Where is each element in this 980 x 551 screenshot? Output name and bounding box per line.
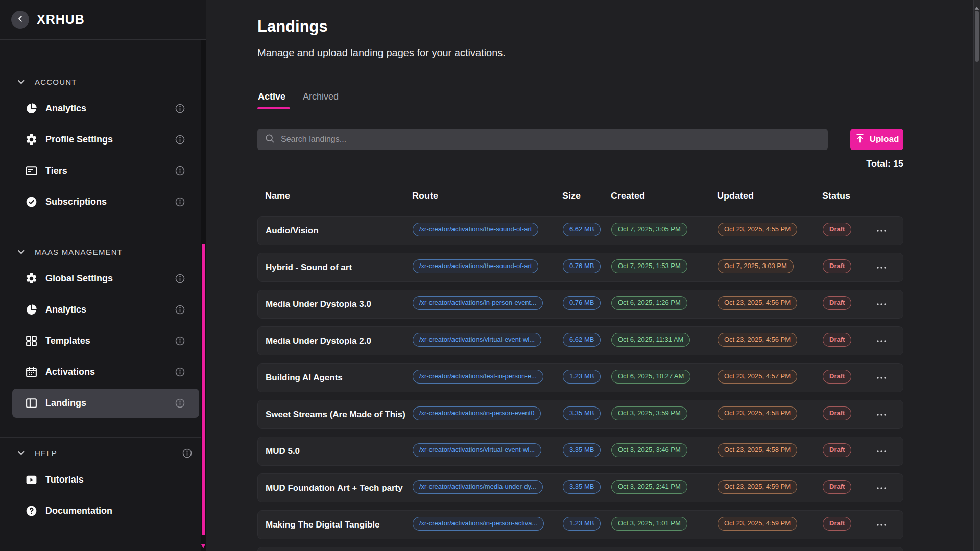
total-count: Total: 15 [257, 159, 903, 170]
sidebar-section: MAAS MANAGEMENT Global Settings Analytic… [0, 236, 206, 437]
row-status-pill: Draft [823, 223, 851, 236]
section-info-icon[interactable] [182, 448, 193, 459]
chevron-down-icon [16, 448, 26, 458]
table-row[interactable]: Audio/Vision /xr-creator/activations/the… [257, 216, 903, 245]
sidebar-item-profile-settings[interactable]: Profile Settings [12, 125, 199, 154]
table-row[interactable]: Hybrid - Sound of art /xr-creator/activa… [257, 253, 903, 282]
sidebar-item-global-settings[interactable]: Global Settings [12, 264, 199, 293]
tab-archived[interactable]: Archived [302, 91, 343, 109]
sidebar-item-analytics[interactable]: Analytics [12, 94, 199, 123]
row-actions-button[interactable] [873, 406, 890, 423]
table-row[interactable]: MUD 5.0 /xr-creator/activations/virtual-… [257, 437, 903, 466]
column-header-route: Route [412, 190, 562, 201]
row-route-pill[interactable]: /xr-creator/activations/media-under-dy..… [413, 480, 543, 494]
item-label: Tiers [45, 165, 67, 176]
item-info-icon[interactable] [175, 336, 185, 346]
row-route-pill[interactable]: /xr-creator/activations/virtual-event-wi… [413, 333, 541, 347]
back-button[interactable] [11, 11, 29, 29]
tiers-card-icon [25, 164, 38, 177]
section-header-help[interactable]: HELP [0, 444, 206, 462]
table-row[interactable]: Media Under Dystopia 3.0 /xr-creator/act… [257, 290, 903, 319]
main-content: Landings Manage and upload landing pages… [206, 0, 980, 551]
item-label: Tutorials [45, 474, 84, 485]
sidebar-scrollbar[interactable] [201, 40, 206, 551]
table-row[interactable]: Sweet Streams (Are Made of This) /xr-cre… [257, 400, 903, 429]
row-route-pill[interactable]: /xr-creator/activations/in-person-event.… [413, 296, 543, 310]
sidebar-item-landings[interactable]: Landings [12, 389, 199, 418]
item-info-icon[interactable] [175, 304, 185, 315]
row-created-pill: Oct 3, 2025, 2:41 PM [611, 480, 687, 494]
search-input[interactable] [281, 135, 821, 144]
item-label: Activations [45, 367, 95, 377]
item-info-icon[interactable] [175, 273, 185, 284]
row-updated-pill: Oct 7, 2025, 3:03 PM [718, 259, 794, 273]
row-name: Audio/Vision [266, 226, 413, 236]
video-tutorial-icon [25, 473, 38, 486]
sidebar-scroll-down-arrow[interactable] [201, 544, 205, 548]
templates-grid-icon [25, 334, 38, 347]
question-circle-icon [25, 505, 38, 517]
section-header-maas-management[interactable]: MAAS MANAGEMENT [0, 243, 206, 261]
search-icon [265, 133, 275, 146]
row-route-pill[interactable]: /xr-creator/activations/in-person-activa… [413, 517, 544, 531]
item-info-icon[interactable] [175, 134, 185, 145]
table-row[interactable]: MUD Foundation Art + Tech party /xr-crea… [257, 473, 903, 502]
row-actions-button[interactable] [873, 296, 890, 313]
window-scrollbar[interactable] [973, 0, 980, 551]
row-route-pill[interactable]: /xr-creator/activations/virtual-event-wi… [413, 443, 541, 457]
sidebar-item-activations[interactable]: Activations [12, 357, 199, 387]
item-info-icon[interactable] [175, 103, 185, 114]
table-row-partial [257, 547, 903, 551]
sidebar-section: HELP Tutorials Documentation [0, 437, 206, 545]
row-actions-button[interactable] [873, 332, 890, 350]
row-status-pill: Draft [823, 517, 851, 531]
row-updated-pill: Oct 23, 2025, 4:59 PM [718, 480, 797, 494]
sidebar-item-analytics[interactable]: Analytics [12, 295, 199, 324]
item-info-icon[interactable] [175, 165, 185, 176]
upload-button[interactable]: Upload [850, 129, 903, 150]
item-info-icon[interactable] [175, 367, 185, 377]
chevron-left-icon [16, 14, 25, 25]
chevron-down-icon [16, 247, 26, 257]
row-status-pill: Draft [823, 333, 851, 347]
row-actions-button[interactable] [873, 259, 890, 276]
sidebar-item-tutorials[interactable]: Tutorials [12, 465, 199, 494]
row-actions-button[interactable] [873, 480, 890, 497]
sidebar-scrollbar-thumb[interactable] [202, 244, 205, 535]
row-status-pill: Draft [823, 406, 851, 420]
row-route-pill[interactable]: /xr-creator/activations/the-sound-of-art [413, 223, 538, 236]
tab-active[interactable]: Active [257, 91, 290, 109]
row-size-pill: 6.62 MB [563, 223, 601, 236]
table-row[interactable]: Media Under Dystopia 2.0 /xr-creator/act… [257, 326, 903, 355]
row-status-pill: Draft [823, 370, 851, 384]
item-info-icon[interactable] [175, 398, 185, 409]
section-header-account[interactable]: ACCOUNT [0, 73, 206, 91]
table-row[interactable]: Building AI Agents /xr-creator/activatio… [257, 363, 903, 392]
row-actions-button[interactable] [873, 369, 890, 387]
table-row[interactable]: Making The Digital Tangible /xr-creator/… [257, 510, 903, 539]
sidebar-item-templates[interactable]: Templates [12, 326, 199, 355]
sidebar-item-subscriptions[interactable]: Subscriptions [12, 187, 199, 217]
item-label: Analytics [45, 304, 86, 315]
row-route-pill[interactable]: /xr-creator/activations/test-in-person-e… [413, 370, 543, 384]
item-info-icon[interactable] [175, 197, 185, 207]
analytics-pie-chart-icon [25, 102, 38, 115]
row-status-pill: Draft [823, 259, 851, 273]
row-size-pill: 3.35 MB [563, 480, 601, 494]
row-actions-button[interactable] [873, 222, 890, 239]
row-size-pill: 3.35 MB [563, 443, 601, 457]
item-label: Analytics [45, 103, 86, 114]
column-header-name: Name [265, 190, 412, 201]
row-size-pill: 6.62 MB [563, 333, 601, 347]
row-created-pill: Oct 6, 2025, 1:26 PM [611, 296, 687, 310]
section-items: Analytics Profile Settings Tiers Subscri… [0, 91, 206, 217]
sidebar-item-tiers[interactable]: Tiers [12, 156, 199, 185]
row-actions-button[interactable] [873, 516, 890, 534]
row-actions-button[interactable] [873, 443, 890, 460]
window-scrollbar-thumb[interactable] [975, 11, 979, 62]
row-route-pill[interactable]: /xr-creator/activations/the-sound-of-art [413, 259, 538, 273]
sidebar-item-documentation[interactable]: Documentation [12, 496, 199, 525]
sidebar: XRHUB ACCOUNT Analytics Profile Settings… [0, 0, 206, 551]
analytics-pie-chart-icon [25, 303, 38, 316]
row-route-pill[interactable]: /xr-creator/activations/in-person-event0 [413, 406, 541, 420]
